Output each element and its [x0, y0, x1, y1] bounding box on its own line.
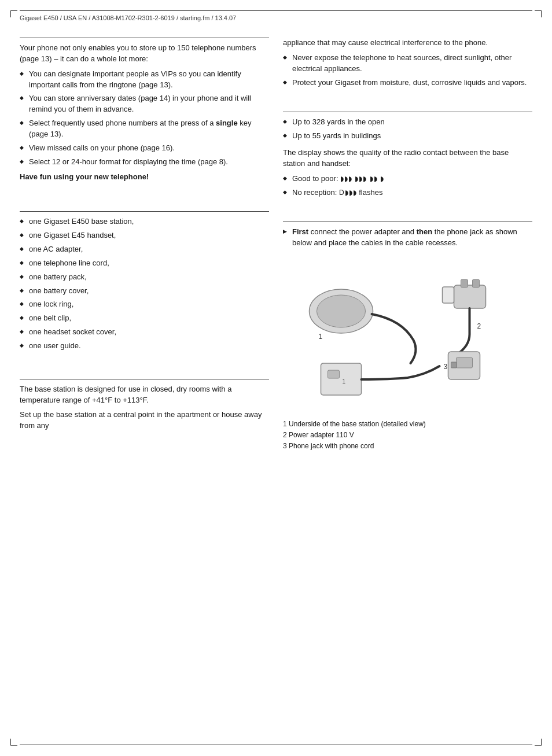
signal-quality-text: The display shows the quality of the rad…	[283, 147, 532, 169]
list-item: one Gigaset E45 handset,	[20, 230, 269, 241]
intro-text: Your phone not only enables you to store…	[20, 43, 269, 65]
list-item: one lock ring,	[20, 299, 269, 310]
right-column: appliance that may cause electrical inte…	[283, 32, 532, 733]
list-item: You can designate important people as VI…	[20, 69, 269, 91]
header-text: Gigaset E450 / USA EN / A31008-M1702-R30…	[20, 13, 236, 21]
svg-text:1: 1	[343, 378, 346, 385]
features-list: You can designate important people as VI…	[20, 69, 269, 168]
svg-rect-14	[451, 362, 457, 368]
range-list: Up to 328 yards in the open Up to 55 yar…	[283, 117, 532, 142]
caption-3: 3 Phone jack with phone cord	[283, 441, 532, 451]
svg-rect-5	[473, 279, 480, 287]
section-features: Your phone not only enables you to store…	[20, 32, 269, 194]
section-safety: appliance that may cause electrical inte…	[283, 32, 532, 98]
list-item: You can store anniversary dates (page 14…	[20, 93, 269, 115]
then-label: then	[417, 227, 432, 236]
list-item-good: Good to poor: ◗◗◗ ◗◗◗ ◗◗ ◗	[283, 174, 532, 185]
list-item: one headset socket cover,	[20, 327, 269, 338]
svg-text:1: 1	[319, 333, 323, 341]
svg-rect-3	[454, 285, 486, 308]
svg-rect-9	[328, 370, 340, 378]
list-item: one Gigaset E450 base station,	[20, 216, 269, 227]
divider-range	[283, 112, 532, 112]
section-placement: The base station is designed for use in …	[20, 373, 269, 442]
corner-mark-tl	[10, 10, 17, 17]
left-column: Your phone not only enables you to store…	[20, 32, 269, 733]
first-label: First	[292, 227, 308, 236]
list-item-range-open: Up to 328 yards in the open	[283, 117, 532, 128]
svg-text:2: 2	[477, 322, 481, 330]
list-item: one AC adapter,	[20, 244, 269, 255]
list-item: one telephone line cord,	[20, 258, 269, 269]
section-connection: First connect the power adapter and then…	[283, 216, 532, 428]
contents-list: one Gigaset E450 base station, one Gigas…	[20, 216, 269, 351]
bold-text: single	[216, 119, 238, 127]
section-contents: one Gigaset E450 base station, one Gigas…	[20, 205, 269, 361]
divider-connection	[283, 222, 532, 222]
section-range: Up to 328 yards in the open Up to 55 yar…	[283, 106, 532, 208]
signal-none-icon: D◗◗◗	[339, 189, 357, 197]
footer-line	[20, 744, 532, 744]
connection-list: First connect the power adapter and then…	[283, 227, 532, 249]
caption-2: 2 Power adapter 110 V	[283, 430, 532, 440]
caption-1: 1 Underside of the base station (detaile…	[283, 419, 532, 429]
divider-features	[20, 38, 269, 38]
list-item: one belt clip,	[20, 313, 269, 324]
svg-rect-8	[321, 363, 362, 395]
fun-text: Have fun using your new telephone!	[20, 172, 149, 181]
page: Gigaset E450 / USA EN / A31008-M1702-R30…	[0, 0, 552, 756]
list-item: View missed calls on your phone (page 16…	[20, 143, 269, 154]
diagram-svg: 1 2	[283, 253, 532, 415]
placement-para2: Set up the base station at a central poi…	[20, 410, 269, 432]
main-content: Your phone not only enables you to store…	[20, 32, 532, 733]
safety-list: Never expose the telephone to heat sourc…	[283, 53, 532, 88]
svg-point-1	[317, 295, 366, 327]
corner-mark-tr	[535, 10, 542, 17]
svg-rect-13	[457, 357, 473, 368]
svg-rect-7	[443, 287, 454, 303]
divider-contents	[20, 211, 269, 212]
diagram-captions: 1 Underside of the base station (detaile…	[283, 419, 532, 451]
list-item-no-reception: No reception: D◗◗◗ flashes	[283, 187, 532, 198]
list-item: one battery pack,	[20, 272, 269, 283]
svg-rect-4	[461, 279, 468, 287]
divider-placement	[20, 379, 269, 379]
header: Gigaset E450 / USA EN / A31008-M1702-R30…	[20, 10, 532, 23]
safety-intro: appliance that may cause electrical inte…	[283, 38, 532, 49]
list-item: one user guide.	[20, 341, 269, 352]
svg-text:3: 3	[444, 363, 448, 371]
list-item-connect: First connect the power adapter and then…	[283, 227, 532, 249]
signal-list: Good to poor: ◗◗◗ ◗◗◗ ◗◗ ◗ No reception:…	[283, 174, 532, 198]
list-item: Select frequently used phone numbers at …	[20, 118, 269, 140]
connection-diagram: 1 2	[283, 253, 532, 421]
list-item-range-building: Up to 55 yards in buildings	[283, 131, 532, 142]
list-item: Never expose the telephone to heat sourc…	[283, 53, 532, 75]
corner-mark-bl	[10, 739, 17, 746]
list-item: Protect your Gigaset from moisture, dust…	[283, 78, 532, 88]
signal-good-icon: ◗◗◗ ◗◗◗ ◗◗ ◗	[340, 175, 384, 183]
list-item: one battery cover,	[20, 286, 269, 297]
list-item: Select 12 or 24-hour format for displayi…	[20, 157, 269, 168]
corner-mark-br	[535, 739, 542, 746]
placement-para1: The base station is designed for use in …	[20, 384, 269, 406]
